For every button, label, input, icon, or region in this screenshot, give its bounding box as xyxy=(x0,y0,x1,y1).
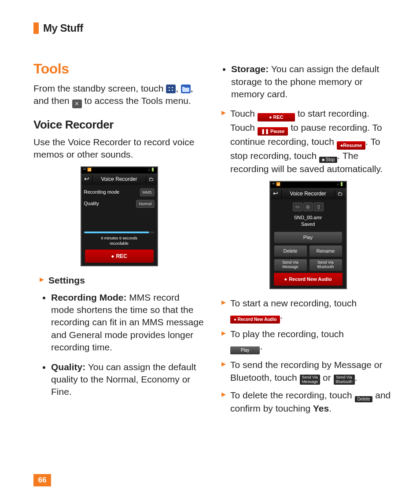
settings-heading: Settings xyxy=(48,275,85,285)
page-number: 66 xyxy=(33,474,51,486)
step-text: To play the recording, touch xyxy=(230,329,344,339)
battery-icon: ♪ 🔋 xyxy=(148,168,155,173)
step-text: . xyxy=(329,403,332,413)
saved-label: Saved xyxy=(301,221,315,227)
tools-intro: From the standby screen, touch , , and t… xyxy=(33,82,205,108)
inline-stop-button: ■ Stop xyxy=(319,157,337,163)
inline-send-bluetooth-button: Send ViaBluetooth xyxy=(334,375,355,385)
settings-bullets: Recording Mode: MMS record mode shortens… xyxy=(51,291,205,398)
inline-delete-button: Delete xyxy=(355,396,373,402)
header-accent-bar xyxy=(33,22,39,34)
intro-text-4: to access the Tools menu. xyxy=(82,96,191,106)
recording-mode-row[interactable]: Recording mode MMS xyxy=(84,187,155,198)
file-name: SND_00.amr xyxy=(294,215,322,220)
bullet-bold: Storage: xyxy=(231,64,269,74)
phone-screenshot-settings: ᵃᴳ 📶 ♪ 🔋 ↩ Voice Recorder 🗀 Recording mo… xyxy=(81,166,158,267)
recording-mode-label: Recording mode xyxy=(84,189,120,195)
inline-pause-button: ❚❚ Pause xyxy=(258,127,288,136)
inline-send-message-button: Send ViaMessage xyxy=(300,375,321,385)
folder-button-icon[interactable]: 🗀 xyxy=(335,190,346,197)
step-record: Touch ● REC to start recording. Touch ❚❚… xyxy=(223,107,394,175)
quality-value[interactable]: Normal xyxy=(136,200,154,208)
two-column-layout: Tools From the standby screen, touch , ,… xyxy=(33,59,394,419)
saved-file-text: SND_00.amr Saved xyxy=(273,213,343,231)
device-icon[interactable]: ▯ xyxy=(314,202,324,211)
recording-progress-bar xyxy=(84,232,155,233)
delete-button[interactable]: Delete xyxy=(274,245,307,257)
left-column: Tools From the standby screen, touch , ,… xyxy=(33,59,205,419)
phone-body: ▭ ◎ ▯ SND_00.amr Saved Play Delete Renam… xyxy=(270,199,346,288)
record-new-audio-button[interactable]: Record New Audio xyxy=(274,273,343,286)
step-text: To start a new recording, touch xyxy=(230,298,357,308)
inline-play-button: Play xyxy=(230,346,260,354)
inline-record-new-button: ● Record New Audio xyxy=(230,316,280,324)
folder-button-icon[interactable]: 🗀 xyxy=(146,176,157,183)
settings-list: Settings xyxy=(41,274,205,287)
section-title-tools: Tools xyxy=(33,59,205,78)
play-button[interactable]: Play xyxy=(274,232,343,243)
rename-button[interactable]: Rename xyxy=(309,245,343,257)
intro-text-2: , xyxy=(176,83,181,93)
quality-icon[interactable]: ◎ xyxy=(303,202,313,211)
battery-icon: ♪ 🔋 xyxy=(337,182,344,188)
step-text: Touch xyxy=(230,108,258,118)
settings-header-item: Settings xyxy=(41,274,205,287)
bullet-recording-mode: Recording Mode: MMS record mode shortens… xyxy=(51,291,205,354)
phone-title-row: ↩ Voice Recorder 🗀 xyxy=(270,188,346,199)
inline-rec-button: ● REC xyxy=(258,113,295,121)
folder-icon xyxy=(181,85,191,93)
tools-icon xyxy=(72,99,82,108)
section-title-voice-recorder: Voice Recorder xyxy=(33,117,205,132)
phone-title: Voice Recorder xyxy=(93,176,146,183)
phone-status-bar: ᵃᴳ 📶 ♪ 🔋 xyxy=(270,182,346,188)
phone-body: Recording mode MMS Quality Normal 9 minu… xyxy=(81,185,157,266)
step-send: To send the recording by Message or Blue… xyxy=(223,359,394,385)
phone-title: Voice Recorder xyxy=(282,190,335,197)
bullet-storage: Storage: You can assign the default stor… xyxy=(231,63,394,100)
send-via-bluetooth-button[interactable]: Send ViaBluetooth xyxy=(309,259,343,271)
yes-label: Yes xyxy=(313,403,329,413)
step-text: or xyxy=(323,372,334,383)
recnew-label: Record New Audio xyxy=(289,276,332,282)
voice-recorder-desc: Use the Voice Recorder to record voice m… xyxy=(33,136,205,161)
header-title: My Stuff xyxy=(43,21,83,35)
mode-icons-row: ▭ ◎ ▯ xyxy=(273,201,343,213)
step-text: To delete the recording, touch xyxy=(230,390,355,400)
action-steps: To start a new recording, touch ● Record… xyxy=(223,297,394,415)
page-header: My Stuff xyxy=(33,21,394,35)
bullet-bold: Quality: xyxy=(51,362,85,372)
bullet-quality: Quality: You can assign the default qual… xyxy=(51,361,205,398)
right-column: Storage: You can assign the default stor… xyxy=(222,59,394,419)
inline-resume-button: ●Resume xyxy=(337,141,365,150)
recording-steps: Touch ● REC to start recording. Touch ❚❚… xyxy=(223,107,394,175)
send-via-message-button[interactable]: Send ViaMessage xyxy=(274,259,307,271)
storage-bullet-list: Storage: You can assign the default stor… xyxy=(231,63,394,100)
phone-title-row: ↩ Voice Recorder 🗀 xyxy=(81,173,157,185)
intro-text-1: From the standby screen, touch xyxy=(33,83,166,93)
bullet-bold: Recording Mode: xyxy=(51,292,127,302)
rectext-1: 9 minutes 9 seconds xyxy=(101,236,137,240)
rec-button[interactable]: REC xyxy=(85,250,154,263)
signal-icon: ᵃᴳ 📶 xyxy=(83,168,92,173)
storage-icon[interactable]: ▭ xyxy=(293,202,302,211)
phone-screenshot-saved: ᵃᴳ 📶 ♪ 🔋 ↩ Voice Recorder 🗀 ▭ ◎ ▯ SND_00… xyxy=(269,181,347,289)
rec-label: REC xyxy=(116,253,127,259)
step-play: To play the recording, touch Play. xyxy=(223,328,394,354)
signal-icon: ᵃᴳ 📶 xyxy=(272,182,280,188)
quality-row[interactable]: Quality Normal xyxy=(84,198,155,210)
recordable-time-text: 9 minutes 9 seconds recordable xyxy=(84,235,155,249)
back-icon[interactable]: ↩ xyxy=(270,189,282,198)
rectext-2: recordable xyxy=(110,241,129,246)
step-new-recording: To start a new recording, touch ● Record… xyxy=(223,297,394,324)
phone-status-bar: ᵃᴳ 📶 ♪ 🔋 xyxy=(81,167,157,173)
recording-mode-value[interactable]: MMS xyxy=(140,188,155,196)
step-delete: To delete the recording, touch Delete an… xyxy=(223,389,394,415)
apps-grid-icon xyxy=(166,85,176,93)
back-icon[interactable]: ↩ xyxy=(81,175,93,183)
quality-label: Quality xyxy=(84,200,99,207)
